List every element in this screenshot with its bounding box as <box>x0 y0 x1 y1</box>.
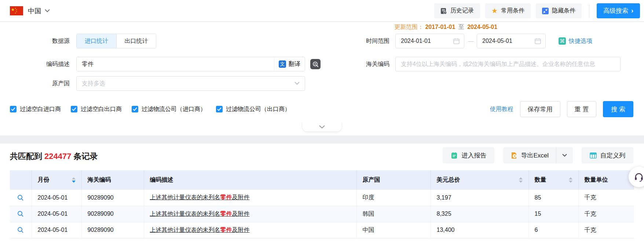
filter-blank-exporter[interactable]: 过滤空白出口商 <box>71 105 122 113</box>
topbar: ★ ★ ★ ★ ★ 中国 历史记录 ★ 常用条件 <box>0 0 644 22</box>
cell-description[interactable]: 上述其他计量仪表的未列名零件及附件 <box>144 206 356 222</box>
report-icon <box>451 152 458 159</box>
cell-hs-code: 90289090 <box>81 222 144 238</box>
enter-report-button[interactable]: 进入报告 <box>443 147 494 163</box>
hs-code-input[interactable] <box>396 57 620 71</box>
export-excel-button[interactable]: 导出Excel <box>503 147 556 163</box>
export-split-button: 导出Excel <box>503 147 573 163</box>
history-button[interactable]: 历史记录 <box>434 3 480 18</box>
checkbox-checked-icon[interactable] <box>71 106 77 112</box>
advanced-search-label: 高级搜索 <box>603 7 628 15</box>
hs-code-field[interactable] <box>395 57 621 71</box>
sort-month-icon[interactable] <box>72 177 76 183</box>
update-range-label: 更新范围： <box>394 24 424 30</box>
origin-label: 原产国 <box>36 76 70 91</box>
checkbox-checked-icon[interactable] <box>216 106 223 112</box>
data-source-tabs: 进口统计 出口统计 <box>76 34 156 48</box>
filter-logistics-importer[interactable]: 过滤物流公司（进口商） <box>132 105 206 113</box>
favorites-button[interactable]: ★ 常用条件 <box>485 3 531 18</box>
command-icon: ⌘ <box>559 37 566 45</box>
filter-logistics-exporter[interactable]: 过滤物流公司（出口商） <box>216 105 290 113</box>
search-options-button[interactable] <box>310 59 321 69</box>
header-usd-total[interactable]: 美元总价 <box>431 170 528 190</box>
filter-blank-importer[interactable]: 过滤空白进口商 <box>10 105 61 113</box>
update-range-to-word: 至 <box>458 24 464 30</box>
header-unit: 数量单位 <box>578 170 634 190</box>
topbar-divider <box>589 4 589 18</box>
custom-columns-button[interactable]: 自定义列 <box>582 147 633 163</box>
translate-label: 翻译 <box>289 60 300 68</box>
export-excel-icon <box>511 152 517 159</box>
calendar-icon <box>453 38 460 44</box>
filter-label: 过滤物流公司（出口商） <box>226 105 290 113</box>
cell-month: 2024-05-01 <box>32 190 81 206</box>
header-month[interactable]: 月份 <box>32 170 81 190</box>
table-header-row: 月份 海关编码 编码描述 原产国 美元总价 数量 <box>10 170 634 190</box>
code-desc-input[interactable] <box>77 57 305 71</box>
header-quantity[interactable]: 数量 <box>528 170 578 190</box>
chevron-down-icon <box>294 82 300 85</box>
code-desc-field[interactable]: 文 翻译 <box>76 57 305 71</box>
data-source-label: 数据源 <box>36 34 70 48</box>
filter-label: 过滤空白出口商 <box>81 105 122 113</box>
highlight-keyword: 零件 <box>220 227 232 233</box>
export-options-button[interactable] <box>556 147 573 163</box>
table-row: 2024-05-01 90289090 上述其他计量仪表的未列名零件及附件 中国… <box>10 222 634 238</box>
checkbox-checked-icon[interactable] <box>10 106 17 112</box>
tutorial-link[interactable]: 使用教程 <box>490 105 513 113</box>
chevron-right-icon: › <box>631 7 633 15</box>
date-range-separator: — <box>466 34 475 48</box>
quick-options-link[interactable]: ⌘ 快捷选项 <box>559 34 592 48</box>
results-count: 224477 <box>42 152 73 161</box>
hide-conditions-button[interactable]: 隐藏条件 <box>536 3 582 18</box>
save-favorite-button[interactable]: 保存常用 <box>520 101 560 117</box>
tab-import-stats[interactable]: 进口统计 <box>77 34 116 48</box>
cell-unit: 千克 <box>578 206 634 222</box>
update-range: 更新范围： 2017-01-01 至 2024-05-01 <box>394 23 497 31</box>
checkbox-checked-icon[interactable] <box>132 106 138 112</box>
custom-columns-label: 自定义列 <box>600 151 625 160</box>
start-date-field[interactable] <box>395 34 464 48</box>
sort-quantity-icon[interactable] <box>569 177 572 183</box>
code-desc-label: 编码描述 <box>36 57 70 71</box>
search-button[interactable]: 搜 索 <box>603 101 633 117</box>
history-icon <box>440 8 447 14</box>
row-detail-search-icon[interactable] <box>16 211 26 217</box>
cell-description[interactable]: 上述其他计量仪表的未列名零件及附件 <box>144 222 356 238</box>
cell-usd: 8,325 <box>431 206 528 222</box>
collapse-panel-tab[interactable] <box>302 122 342 132</box>
origin-input[interactable] <box>77 77 305 90</box>
highlight-keyword: 零件 <box>220 211 232 217</box>
table-row: 2024-05-01 90289090 上述其他计量仪表的未列名零件及附件 印度… <box>10 190 634 206</box>
cell-hs-code: 90289090 <box>81 190 144 206</box>
time-range-label: 时间范围 <box>356 34 389 48</box>
cell-description[interactable]: 上述其他计量仪表的未列名零件及附件 <box>144 190 356 206</box>
chevron-down-icon <box>319 125 325 129</box>
reset-button[interactable]: 重 置 <box>567 101 597 117</box>
tab-export-stats[interactable]: 出口统计 <box>116 34 156 48</box>
cell-origin: 韩国 <box>356 206 431 222</box>
headset-icon <box>634 172 644 182</box>
cell-qty: 6 <box>528 222 578 238</box>
update-range-to: 2024-05-01 <box>467 24 497 30</box>
cell-qty: 85 <box>528 190 578 206</box>
filter-label: 过滤物流公司（进口商） <box>142 105 206 113</box>
header-description: 编码描述 <box>144 170 356 190</box>
row-detail-search-icon[interactable] <box>16 227 26 233</box>
country-selector[interactable]: 中国 <box>28 0 50 22</box>
header-origin: 原产国 <box>356 170 431 190</box>
cell-usd: 13,400 <box>431 222 528 238</box>
favorites-label: 常用条件 <box>501 7 524 15</box>
results-summary: 共匹配到224477条记录 <box>10 151 98 162</box>
enter-report-label: 进入报告 <box>461 151 486 160</box>
calendar-icon <box>535 38 541 44</box>
row-detail-search-icon[interactable] <box>16 194 26 201</box>
svg-text:★: ★ <box>11 7 15 12</box>
end-date-field[interactable] <box>477 34 546 48</box>
translate-button[interactable]: 文 翻译 <box>274 57 300 71</box>
country-label: 中国 <box>28 7 41 15</box>
origin-select[interactable] <box>76 76 305 91</box>
translate-icon: 文 <box>279 60 286 68</box>
advanced-search-button[interactable]: 高级搜索 › <box>597 3 640 18</box>
sort-usd-icon[interactable] <box>519 177 523 183</box>
